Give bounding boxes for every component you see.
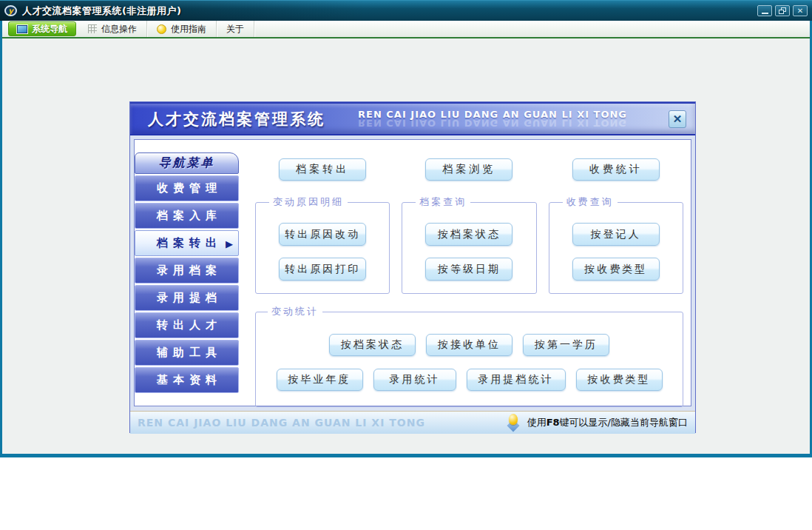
column-change-reason: 档案转出 变动原因明细 转出原因改动 转出原因打印 (255, 158, 390, 294)
close-icon: ✕ (797, 7, 803, 15)
dialog-body: 导航菜单 收费管理 档案入库 档案转出 ▶ 录用档案 录用提档 转出人才 辅助工… (130, 135, 695, 411)
guide-clock-icon (157, 24, 166, 34)
client-area: 人才交流档案管理系统 REN CAI JIAO LIU DANG AN GUAN… (2, 38, 810, 454)
toolbar-item-system-nav[interactable]: 系统导航 (8, 21, 76, 36)
stats-row-2: 按毕业年度 录用统计 录用提档统计 按收费类型 (262, 369, 677, 391)
group-title: 收费查询 (563, 195, 618, 209)
three-columns: 档案转出 变动原因明细 转出原因改动 转出原因打印 档案浏览 (255, 158, 683, 294)
app-icon: y (4, 5, 17, 16)
f8-hint-text: 使用F8键可以显示/隐藏当前导航窗口 (527, 416, 688, 429)
toolbar-item-label: 关于 (226, 23, 244, 36)
titlebar: y 人才交流档案管理系统(非注册用户) ✕ (0, 0, 812, 21)
stat-by-graduation-year-button[interactable]: 按毕业年度 (277, 369, 363, 391)
sidebar-item-archive-transfer[interactable]: 档案转出 ▶ (135, 230, 239, 256)
sidebar-item-fee-management[interactable]: 收费管理 (135, 175, 239, 201)
lightbulb-icon (506, 414, 521, 432)
stat-by-receiving-unit-button[interactable]: 按接收单位 (426, 334, 512, 356)
sidebar-header: 导航菜单 (135, 152, 239, 174)
stat-by-first-degree-button[interactable]: 按第一学历 (523, 334, 609, 356)
group-title: 变动原因明细 (269, 195, 348, 209)
dialog-title: 人才交流档案管理系统 (148, 109, 325, 130)
dialog-header: 人才交流档案管理系统 REN CAI JIAO LIU DANG AN GUAN… (130, 102, 695, 135)
column-fee-query: 收费统计 收费查询 按登记人 按收费类型 (549, 158, 683, 294)
dialog-statusbar: REN CAI JIAO LIU DANG AN GUAN LI XI TONG… (130, 411, 695, 434)
by-registrant-button[interactable]: 按登记人 (572, 223, 660, 246)
toolbar-item-label: 系统导航 (32, 23, 67, 36)
toolbar-item-info-operations[interactable]: 信息操作 (78, 21, 147, 37)
group-title: 变动统计 (268, 305, 322, 318)
grid-icon (88, 24, 97, 33)
sidebar-item-hire-retrieval[interactable]: 录用提档 (135, 285, 239, 311)
transfer-reason-print-button[interactable]: 转出原因打印 (279, 258, 366, 281)
main-content: 档案转出 变动原因明细 转出原因改动 转出原因打印 档案浏览 (255, 158, 683, 400)
toolbar: 系统导航 信息操作 使用指南 关于 (2, 21, 810, 37)
restore-icon (779, 7, 786, 14)
group-archive-query: 档案查询 按档案状态 按等级日期 (402, 195, 536, 294)
sidebar-item-label: 档案转出 (157, 236, 222, 250)
stat-hire-statistics-button[interactable]: 录用统计 (373, 369, 456, 391)
minimize-button[interactable] (757, 5, 772, 16)
column-archive-query: 档案浏览 档案查询 按档案状态 按等级日期 (402, 158, 536, 294)
sidebar-item-hired-archives[interactable]: 录用档案 (135, 258, 239, 284)
navigation-dialog: 人才交流档案管理系统 REN CAI JIAO LIU DANG AN GUAN… (129, 101, 696, 433)
window-title: 人才交流档案管理系统(非注册用户) (22, 4, 181, 18)
dialog-subtitle-wrap: REN CAI JIAO LIU DANG AN GUAN LI XI TONG… (358, 105, 627, 133)
group-change-reason-detail: 变动原因明细 转出原因改动 转出原因打印 (255, 195, 390, 294)
restore-button[interactable] (775, 5, 790, 16)
sidebar-item-transferred-talent[interactable]: 转出人才 (135, 312, 239, 338)
stats-row-1: 按档案状态 按接收单位 按第一学历 (262, 334, 677, 356)
minimize-icon (762, 13, 768, 14)
by-archive-status-button[interactable]: 按档案状态 (425, 223, 512, 246)
sidebar-item-auxiliary-tools[interactable]: 辅助工具 (135, 340, 239, 366)
sidebar-nav: 导航菜单 收费管理 档案入库 档案转出 ▶ 录用档案 录用提档 转出人才 辅助工… (135, 152, 239, 393)
transfer-reason-edit-button[interactable]: 转出原因改动 (279, 223, 366, 246)
sidebar-item-archive-inbound[interactable]: 档案入库 (135, 203, 239, 229)
toolbar-item-user-guide[interactable]: 使用指南 (147, 21, 217, 37)
app-window: y 人才交流档案管理系统(非注册用户) ✕ 系统导航 信息操作 使用指南 关于 (0, 0, 812, 457)
dialog-close-button[interactable]: ✕ (669, 110, 686, 128)
group-fee-query: 收费查询 按登记人 按收费类型 (549, 195, 683, 294)
archive-transfer-button[interactable]: 档案转出 (279, 158, 366, 181)
archive-browse-button[interactable]: 档案浏览 (425, 158, 512, 181)
by-fee-type-button[interactable]: 按收费类型 (572, 258, 660, 281)
by-grade-date-button[interactable]: 按等级日期 (425, 258, 512, 281)
toolbar-item-label: 信息操作 (101, 23, 137, 36)
toolbar-item-label: 使用指南 (171, 23, 206, 36)
status-pinyin-text: REN CAI JIAO LIU DANG AN GUAN LI XI TONG (138, 417, 506, 429)
dialog-panel: 导航菜单 收费管理 档案入库 档案转出 ▶ 录用档案 录用提档 转出人才 辅助工… (134, 139, 691, 406)
fee-statistics-button[interactable]: 收费统计 (572, 158, 660, 181)
nav-square-icon (17, 25, 27, 33)
arrow-right-icon: ▶ (226, 238, 233, 249)
stat-by-archive-status-button[interactable]: 按档案状态 (329, 334, 416, 356)
sidebar-item-basic-data[interactable]: 基本资料 (135, 367, 239, 393)
group-change-statistics: 变动统计 按档案状态 按接收单位 按第一学历 按毕业年度 录用统计 录用提档统计… (255, 305, 683, 407)
stat-by-fee-type-button[interactable]: 按收费类型 (576, 369, 663, 391)
window-controls: ✕ (754, 5, 808, 16)
dialog-subtitle-reflection: REN CAI JIAO LIU DANG AN GUAN LI XI TONG (358, 118, 627, 129)
group-title: 档案查询 (416, 195, 470, 209)
close-button[interactable]: ✕ (793, 5, 808, 16)
status-hint: 使用F8键可以显示/隐藏当前导航窗口 (506, 414, 688, 432)
toolbar-item-about[interactable]: 关于 (217, 21, 254, 37)
stat-hire-retrieval-button[interactable]: 录用提档统计 (467, 369, 566, 391)
